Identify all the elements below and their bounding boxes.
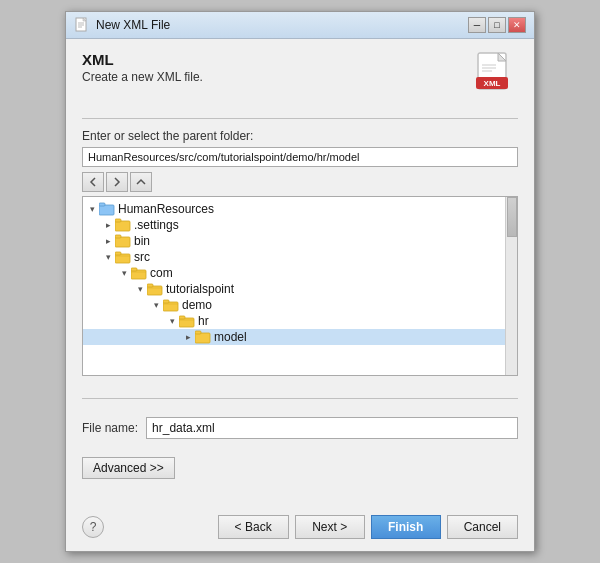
scrollbar-thumb[interactable] (507, 197, 517, 237)
svg-rect-16 (115, 237, 130, 247)
xml-icon-svg: XML (474, 51, 518, 95)
svg-rect-15 (115, 219, 121, 222)
tree-item-label: com (150, 266, 173, 280)
svg-rect-12 (99, 205, 114, 215)
expander-icon: ▾ (117, 266, 131, 280)
tree-item[interactable]: ▾ demo (83, 297, 517, 313)
dialog-icon (74, 17, 90, 33)
tree-item[interactable]: ▾ HumanResources (83, 201, 517, 217)
tree-inner[interactable]: ▾ HumanResources ▸ .settings (83, 197, 517, 349)
tree-item[interactable]: ▾ tutorialspoint (83, 281, 517, 297)
up-icon (135, 176, 147, 188)
tree-item[interactable]: ▾ com (83, 265, 517, 281)
svg-rect-13 (99, 203, 105, 206)
filename-label: File name: (82, 421, 138, 435)
tree-item-label: demo (182, 298, 212, 312)
dialog-content: XML Create a new XML file. XML Enter o (66, 39, 534, 388)
back-button[interactable]: < Back (218, 515, 289, 539)
help-button[interactable]: ? (82, 516, 104, 538)
svg-rect-17 (115, 235, 121, 238)
tree-item-label: HumanResources (118, 202, 214, 216)
expander-icon: ▾ (149, 298, 163, 312)
expander-icon: ▾ (165, 314, 179, 328)
folder-icon (115, 234, 131, 248)
dialog-window: New XML File ─ □ ✕ XML Create a new XML … (65, 11, 535, 552)
title-controls: ─ □ ✕ (468, 17, 526, 33)
tree-item-label: hr (198, 314, 209, 328)
title-bar-left: New XML File (74, 17, 170, 33)
toolbar-row (82, 172, 518, 192)
minimize-button[interactable]: ─ (468, 17, 486, 33)
back-nav-button[interactable] (82, 172, 104, 192)
section-divider (82, 118, 518, 119)
svg-rect-25 (147, 284, 153, 287)
forward-icon (111, 176, 123, 188)
scrollbar-track[interactable] (505, 197, 517, 375)
expander-icon: ▸ (101, 234, 115, 248)
project-folder-icon (99, 202, 115, 216)
next-button[interactable]: Next > (295, 515, 365, 539)
path-input[interactable] (82, 147, 518, 167)
tree-item-label: bin (134, 234, 150, 248)
dialog-title: New XML File (96, 18, 170, 32)
section-subtitle: Create a new XML file. (82, 70, 203, 84)
svg-rect-34 (195, 331, 201, 334)
tree-item-label: model (214, 330, 247, 344)
section-title: XML (82, 51, 203, 68)
close-button[interactable]: ✕ (508, 17, 526, 33)
folder-open-icon (163, 298, 179, 312)
filename-row: File name: (82, 417, 518, 439)
svg-rect-33 (195, 333, 210, 343)
expander-icon: ▸ (181, 330, 195, 344)
tree-item[interactable]: ▾ src (83, 249, 517, 265)
tree-container: ▾ HumanResources ▸ .settings (82, 196, 518, 376)
header-row: XML Create a new XML file. XML (82, 51, 518, 98)
folder-open-icon (131, 266, 147, 280)
advanced-section: Advanced >> (82, 457, 518, 479)
back-icon (87, 176, 99, 188)
svg-rect-31 (179, 316, 185, 319)
tree-item-label: src (134, 250, 150, 264)
folder-open-icon (147, 282, 163, 296)
xml-file-icon: XML (474, 51, 518, 98)
tree-item[interactable]: ▸ bin (83, 233, 517, 249)
folder-open-icon (115, 250, 131, 264)
folder-icon (195, 330, 211, 344)
expander-icon: ▾ (85, 202, 99, 216)
button-row: ? < Back Next > Finish Cancel (82, 515, 518, 539)
up-nav-button[interactable] (130, 172, 152, 192)
svg-rect-19 (115, 252, 121, 255)
tree-item[interactable]: ▸ .settings (83, 217, 517, 233)
forward-nav-button[interactable] (106, 172, 128, 192)
maximize-button[interactable]: □ (488, 17, 506, 33)
expander-icon: ▾ (101, 250, 115, 264)
tree-item[interactable]: ▾ hr (83, 313, 517, 329)
tree-item[interactable]: ▸ model (83, 329, 517, 345)
svg-rect-22 (131, 268, 137, 271)
folder-label: Enter or select the parent folder: (82, 129, 518, 143)
folder-open-icon (179, 314, 195, 328)
title-bar: New XML File ─ □ ✕ (66, 12, 534, 39)
cancel-button[interactable]: Cancel (447, 515, 518, 539)
folder-icon (115, 218, 131, 232)
filename-input[interactable] (146, 417, 518, 439)
svg-rect-14 (115, 221, 130, 231)
expander-icon: ▾ (133, 282, 147, 296)
header-text: XML Create a new XML file. (82, 51, 203, 84)
tree-item-label: tutorialspoint (166, 282, 234, 296)
svg-rect-28 (163, 300, 169, 303)
bottom-divider (82, 398, 518, 399)
svg-text:XML: XML (484, 79, 501, 88)
tree-item-label: .settings (134, 218, 179, 232)
nav-buttons: < Back Next > Finish Cancel (218, 515, 518, 539)
advanced-button[interactable]: Advanced >> (82, 457, 175, 479)
bottom-section: File name: Advanced >> ? < Back Next > F… (66, 388, 534, 551)
finish-button[interactable]: Finish (371, 515, 441, 539)
expander-icon: ▸ (101, 218, 115, 232)
